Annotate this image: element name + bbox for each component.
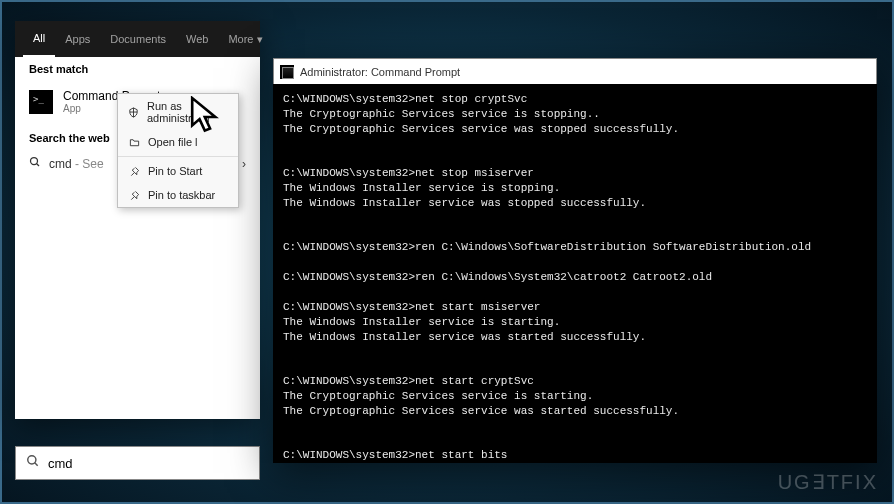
- tab-web[interactable]: Web: [176, 21, 218, 57]
- ctx-label: Pin to Start: [148, 165, 202, 177]
- tab-all[interactable]: All: [23, 21, 55, 57]
- command-prompt-icon: [29, 90, 53, 114]
- search-input-row[interactable]: [15, 446, 260, 480]
- folder-icon: [128, 137, 140, 148]
- tab-more[interactable]: More ▾: [218, 21, 273, 57]
- pin-icon: [128, 190, 140, 201]
- separator: [118, 156, 238, 157]
- ctx-pin-to-taskbar[interactable]: Pin to taskbar: [118, 183, 238, 207]
- tab-documents[interactable]: Documents: [100, 21, 176, 57]
- svg-point-0: [31, 158, 38, 165]
- chevron-down-icon: ▾: [257, 33, 263, 46]
- web-query: cmd: [49, 157, 72, 171]
- panel-spacer: [15, 179, 260, 419]
- watermark: UG∃TFIX: [778, 470, 878, 494]
- shield-icon: [128, 107, 139, 118]
- svg-line-3: [35, 463, 38, 466]
- svg-line-1: [37, 164, 40, 167]
- search-tabs: All Apps Documents Web More ▾: [15, 21, 260, 57]
- web-suffix: - See: [75, 157, 104, 171]
- cmd-icon: [280, 65, 294, 79]
- svg-point-2: [28, 456, 36, 464]
- search-icon: [29, 156, 41, 171]
- ctx-pin-to-start[interactable]: Pin to Start: [118, 159, 238, 183]
- chevron-right-icon: ›: [242, 157, 246, 171]
- ctx-label: Pin to taskbar: [148, 189, 215, 201]
- search-icon: [26, 454, 40, 472]
- best-match-label: Best match: [15, 57, 260, 81]
- tab-apps[interactable]: Apps: [55, 21, 100, 57]
- start-search-panel: All Apps Documents Web More ▾ Best match…: [15, 21, 260, 419]
- terminal-output[interactable]: C:\WINDOWS\system32>net stop cryptSvc Th…: [273, 84, 877, 471]
- search-input[interactable]: [48, 456, 249, 471]
- title-bar[interactable]: Administrator: Command Prompt: [273, 58, 877, 84]
- cursor-icon: [188, 96, 230, 142]
- window-title: Administrator: Command Prompt: [300, 66, 460, 78]
- command-prompt-window: Administrator: Command Prompt C:\WINDOWS…: [273, 58, 877, 463]
- pin-icon: [128, 166, 140, 177]
